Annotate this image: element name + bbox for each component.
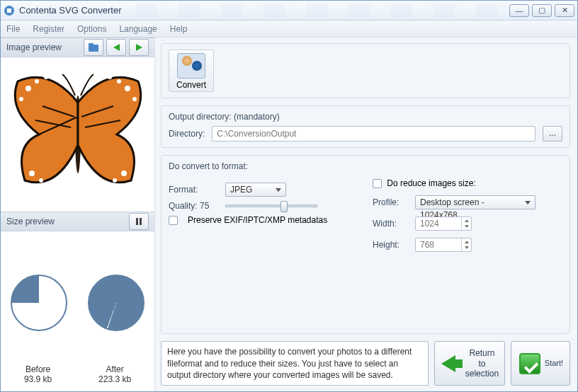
convert-label: Convert: [171, 80, 212, 90]
prev-image-button[interactable]: [106, 39, 126, 56]
svg-point-5: [26, 86, 31, 91]
svg-point-18: [103, 183, 107, 187]
after-column: After 223.3 kb: [98, 364, 131, 384]
size-preview-label: Size preview: [6, 217, 55, 226]
svg-rect-3: [89, 43, 94, 46]
profile-select[interactable]: Desktop screen - 1024x768: [415, 195, 536, 209]
quality-slider[interactable]: [225, 204, 317, 207]
profile-label: Profile:: [373, 197, 408, 207]
start-button[interactable]: Start!: [511, 341, 570, 386]
image-preview-label: Image preview: [6, 42, 62, 52]
svg-point-10: [117, 79, 121, 83]
reduce-size-checkbox[interactable]: [373, 179, 382, 188]
svg-point-7: [44, 75, 48, 79]
height-label: Height:: [373, 240, 408, 250]
toolbar-group: Convert: [161, 43, 570, 98]
menu-file[interactable]: File: [6, 24, 20, 34]
after-label: After: [98, 364, 131, 374]
width-label: Width:: [373, 219, 408, 229]
format-group-title: Do convert to format:: [169, 161, 562, 171]
convert-button[interactable]: Convert: [169, 50, 214, 92]
svg-point-12: [132, 97, 137, 101]
svg-rect-1: [7, 8, 11, 13]
svg-point-9: [125, 86, 130, 91]
app-icon: [4, 5, 15, 16]
pie-before: [11, 275, 67, 331]
format-label: Format:: [169, 185, 218, 195]
size-charts: [1, 231, 154, 362]
svg-point-13: [29, 171, 35, 176]
maximize-button[interactable]: ▢: [532, 4, 552, 17]
minimize-button[interactable]: —: [509, 4, 529, 17]
convert-icon: [177, 53, 205, 79]
height-input[interactable]: 768: [415, 238, 472, 252]
pause-icon: [136, 218, 142, 225]
titlebar: Contenta SVG Converter — ▢ ✕: [1, 1, 577, 21]
window-title: Contenta SVG Converter: [19, 5, 122, 16]
menu-register[interactable]: Register: [33, 24, 64, 34]
check-icon: [519, 353, 540, 374]
help-text: Here you have the possibility to convert…: [161, 341, 429, 386]
next-image-button[interactable]: [129, 39, 149, 56]
reduce-size-label: Do reduce images size:: [387, 178, 475, 188]
close-button[interactable]: ✕: [555, 4, 574, 17]
before-label: Before: [24, 364, 52, 374]
folder-icon: [88, 42, 99, 52]
image-preview-header: Image preview: [1, 38, 154, 57]
width-input[interactable]: 1024: [415, 217, 472, 231]
arrow-right-icon: [136, 44, 142, 51]
menubar: File Register Options Language Help: [1, 21, 577, 38]
svg-point-16: [121, 171, 127, 176]
output-directory-title: Output directory: (mandatory): [169, 112, 562, 122]
before-column: Before 93.9 kb: [24, 364, 52, 384]
image-preview: [1, 57, 154, 212]
menu-help[interactable]: Help: [170, 24, 188, 34]
output-directory-group: Output directory: (mandatory) Directory:…: [161, 105, 570, 148]
quality-label: Quality: 75: [169, 201, 218, 211]
return-button[interactable]: Returnto selection: [434, 341, 505, 386]
open-image-button[interactable]: [84, 39, 103, 56]
format-select[interactable]: JPEG: [225, 183, 286, 197]
svg-point-15: [49, 183, 53, 187]
arrow-left-icon: [113, 44, 120, 51]
preserve-metadata-checkbox[interactable]: [169, 216, 178, 225]
directory-input[interactable]: [212, 126, 536, 142]
menu-language[interactable]: Language: [119, 24, 157, 34]
svg-point-6: [35, 79, 39, 83]
directory-label: Directory:: [169, 129, 205, 139]
svg-point-14: [39, 178, 43, 183]
pie-after: [88, 275, 144, 331]
svg-point-8: [19, 97, 23, 101]
arrow-left-icon: [441, 355, 455, 372]
butterfly-icon: [7, 67, 149, 202]
pause-button[interactable]: [129, 213, 149, 230]
background-tabs: [136, 4, 504, 18]
svg-point-11: [108, 75, 112, 79]
menu-options[interactable]: Options: [77, 24, 106, 34]
after-size: 223.3 kb: [98, 374, 131, 384]
browse-button[interactable]: ...: [543, 126, 562, 142]
format-group: Do convert to format: Format: JPEG Quali…: [161, 155, 570, 334]
size-preview-header: Size preview: [1, 212, 154, 231]
preserve-metadata-label: Preserve EXIF/IPTC/XMP metadatas: [188, 215, 327, 225]
before-size: 93.9 kb: [24, 374, 52, 384]
svg-point-17: [113, 178, 117, 183]
